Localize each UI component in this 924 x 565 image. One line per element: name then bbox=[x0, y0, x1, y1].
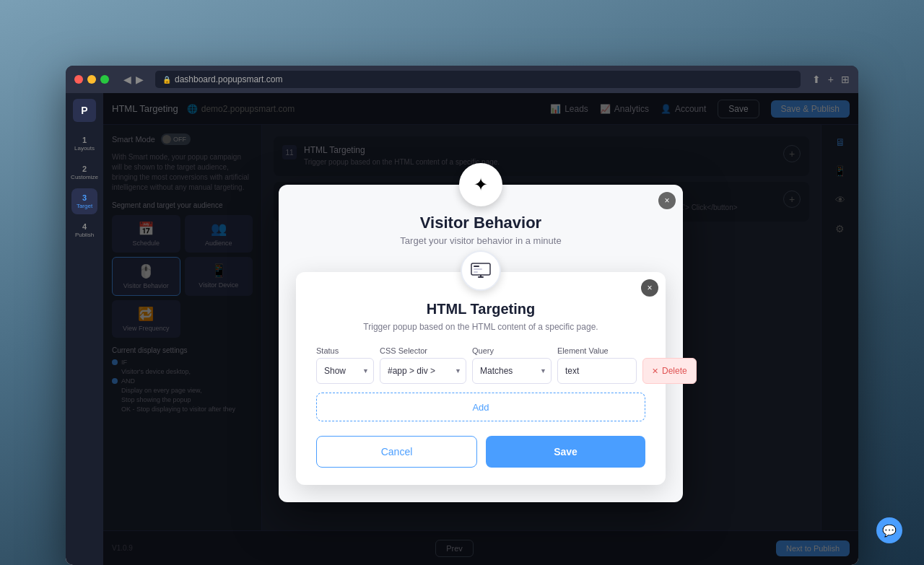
step-4-num: 4 bbox=[82, 222, 87, 231]
chat-bubble[interactable]: 💬 bbox=[876, 517, 902, 543]
targeting-form-row: Status Show Hide ▼ CSS bbox=[316, 346, 645, 384]
close-window-button[interactable] bbox=[74, 75, 83, 84]
status-select-wrapper: Show Hide ▼ bbox=[316, 358, 374, 384]
minimize-window-button[interactable] bbox=[87, 75, 96, 84]
css-selector-field: CSS Selector #app > div > ▼ bbox=[380, 346, 466, 384]
add-condition-button[interactable]: Add bbox=[316, 393, 645, 421]
forward-icon[interactable]: ▶ bbox=[136, 74, 144, 85]
address-bar[interactable]: 🔒 dashboard.popupsmart.com bbox=[155, 71, 801, 88]
modal-inner: × HTML Targeting Trigger popup based on … bbox=[296, 272, 666, 485]
back-icon[interactable]: ◀ bbox=[123, 74, 131, 85]
svg-rect-1 bbox=[474, 266, 479, 267]
css-select-wrapper: #app > div > ▼ bbox=[380, 358, 466, 384]
browser-titlebar: ◀ ▶ 🔒 dashboard.popupsmart.com ⬆ + ⊞ bbox=[66, 66, 858, 93]
css-selector-select[interactable]: #app > div > bbox=[380, 358, 466, 384]
modal-actions: Cancel Save bbox=[316, 436, 645, 468]
add-tab-icon[interactable]: + bbox=[828, 74, 834, 85]
lock-icon: 🔒 bbox=[162, 76, 171, 84]
sidebar-logo: P bbox=[73, 99, 96, 122]
delete-label: Delete bbox=[662, 366, 687, 376]
modal-outer-icon: ✦ bbox=[459, 163, 502, 206]
delete-x-icon: ✕ bbox=[652, 367, 658, 376]
modal-inner-close-button[interactable]: × bbox=[641, 279, 658, 297]
element-value-field: Element Value bbox=[557, 346, 637, 384]
svg-rect-3 bbox=[474, 271, 478, 273]
browser-actions: ⬆ + ⊞ bbox=[812, 74, 850, 85]
modal-outer-subtitle: Target your visitor behavior in a minute bbox=[296, 235, 666, 246]
svg-rect-5 bbox=[480, 275, 481, 276]
sidebar-step-layouts[interactable]: 1 Layouts bbox=[71, 131, 97, 157]
status-label: Status bbox=[316, 346, 374, 355]
delete-row-button[interactable]: ✕ Delete bbox=[642, 358, 697, 384]
step-4-label: Publish bbox=[75, 232, 94, 238]
browser-window: ◀ ▶ 🔒 dashboard.popupsmart.com ⬆ + ⊞ P 1… bbox=[66, 66, 858, 565]
modal-inner-icon bbox=[461, 250, 501, 291]
query-select-wrapper: Matches Contains Starts with ▼ bbox=[472, 358, 552, 384]
main-area: HTML Targeting 🌐 demo2.popupsmart.com 📊 … bbox=[103, 93, 858, 565]
save-modal-button[interactable]: Save bbox=[486, 436, 645, 468]
modal-outer-title: Visitor Behavior bbox=[296, 214, 666, 232]
step-1-label: Layouts bbox=[74, 145, 95, 152]
sidebar-step-target[interactable]: 3 Target bbox=[71, 188, 97, 214]
status-select[interactable]: Show Hide bbox=[316, 358, 374, 384]
modal-inner-title: HTML Targeting bbox=[316, 301, 645, 317]
app-content: P 1 Layouts 2 Customize 3 Target 4 Publi… bbox=[66, 93, 858, 565]
browser-nav: ◀ ▶ bbox=[123, 74, 144, 85]
chat-icon: 💬 bbox=[882, 524, 897, 538]
modal-outer-close-button[interactable]: × bbox=[658, 192, 676, 209]
step-2-num: 2 bbox=[82, 165, 87, 173]
sidebar-step-publish[interactable]: 4 Publish bbox=[71, 217, 97, 243]
query-field: Query Matches Contains Starts with ▼ bbox=[472, 346, 552, 384]
add-label: Add bbox=[472, 402, 489, 413]
step-2-label: Customize bbox=[71, 174, 98, 180]
query-select[interactable]: Matches Contains Starts with bbox=[472, 358, 552, 384]
modal-inner-subtitle: Trigger popup based on the HTML content … bbox=[316, 322, 645, 332]
url-text: dashboard.popupsmart.com bbox=[175, 74, 282, 84]
maximize-window-button[interactable] bbox=[100, 75, 109, 84]
share-icon[interactable]: ⬆ bbox=[812, 74, 821, 85]
modal-outer-overlay[interactable]: ✦ × Visitor Behavior Target your visitor… bbox=[103, 93, 858, 565]
element-value-label: Element Value bbox=[557, 346, 637, 355]
element-value-input[interactable] bbox=[557, 358, 637, 384]
sidebar-step-customize[interactable]: 2 Customize bbox=[71, 159, 97, 185]
modal-outer: ✦ × Visitor Behavior Target your visitor… bbox=[279, 185, 683, 502]
cancel-button[interactable]: Cancel bbox=[316, 436, 477, 468]
css-selector-label: CSS Selector bbox=[380, 346, 466, 355]
step-1-num: 1 bbox=[82, 136, 87, 144]
sidebar: P 1 Layouts 2 Customize 3 Target 4 Publi… bbox=[66, 93, 103, 565]
delete-field: ✕ Delete bbox=[642, 358, 697, 384]
step-3-num: 3 bbox=[82, 193, 87, 202]
step-3-label: Target bbox=[77, 203, 92, 209]
query-label: Query bbox=[472, 346, 552, 355]
status-field: Status Show Hide ▼ bbox=[316, 346, 374, 384]
grid-icon[interactable]: ⊞ bbox=[841, 74, 850, 85]
traffic-lights bbox=[74, 75, 109, 84]
svg-rect-4 bbox=[478, 276, 484, 278]
svg-rect-2 bbox=[474, 268, 482, 270]
